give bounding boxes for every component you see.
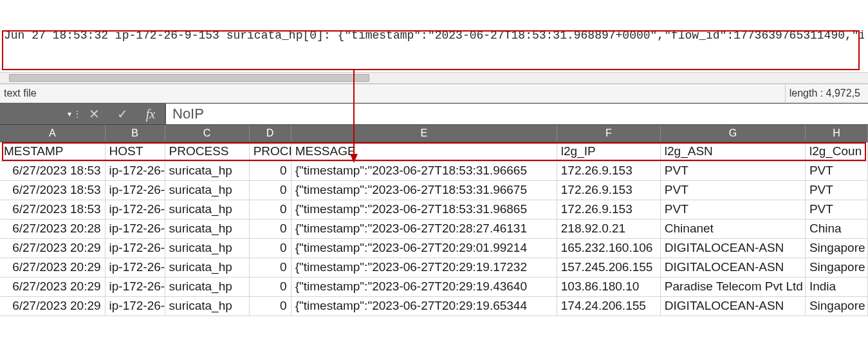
cell[interactable]: 172.26.9.153 — [557, 200, 660, 219]
table-row[interactable]: 6/27/2023 20:28 ip-172-26- suricata_hp 0… — [0, 219, 868, 238]
log-text-pane[interactable]: Jun 27 18:53:32 ip-172-26-9-153 suricata… — [0, 0, 868, 72]
cell[interactable]: suricata_hp — [165, 238, 249, 258]
col-header[interactable]: E — [291, 125, 557, 142]
col-header[interactable]: F — [557, 125, 660, 142]
cell[interactable]: 6/27/2023 20:29 — [0, 238, 105, 258]
cell[interactable]: Singapore — [805, 258, 867, 277]
cell[interactable]: ip-172-26- — [105, 200, 165, 219]
table-row[interactable]: 6/27/2023 20:29 ip-172-26- suricata_hp 0… — [0, 258, 868, 277]
cell[interactable]: 6/27/2023 20:29 — [0, 296, 105, 316]
cell[interactable]: PVT — [660, 161, 805, 180]
cell[interactable]: suricata_hp — [165, 161, 249, 180]
col-header[interactable]: H — [805, 125, 867, 142]
cell[interactable]: {"timestamp":"2023-06-27T18:53:31.96665 — [291, 161, 557, 180]
cell[interactable]: l2g_Coun — [805, 142, 867, 161]
cell[interactable]: 6/27/2023 20:29 — [0, 258, 105, 277]
table-row[interactable]: 6/27/2023 18:53 ip-172-26- suricata_hp 0… — [0, 161, 868, 180]
cell[interactable]: 174.24.206.155 — [557, 296, 660, 316]
cell[interactable]: MESTAMP — [0, 142, 105, 161]
cell[interactable]: l2g_ASN — [660, 142, 805, 161]
table-row[interactable]: 6/27/2023 20:29 ip-172-26- suricata_hp 0… — [0, 277, 868, 296]
formula-cancel-button[interactable]: ✕ — [80, 104, 108, 124]
cell[interactable]: India — [805, 277, 867, 296]
cell[interactable]: 6/27/2023 18:53 — [0, 161, 105, 180]
spreadsheet-grid[interactable]: A B C D E F G H MESTAMP HOST PROCESS PRO… — [0, 125, 868, 316]
col-header[interactable]: C — [165, 125, 249, 142]
cell[interactable]: China — [805, 219, 867, 238]
formula-input[interactable]: NoIP — [165, 104, 868, 124]
cell[interactable]: Paradise Telecom Pvt Ltd — [660, 277, 805, 296]
table-row[interactable]: 6/27/2023 20:29 ip-172-26- suricata_hp 0… — [0, 296, 868, 316]
cell[interactable]: suricata_hp — [165, 180, 249, 200]
cell[interactable]: PVT — [660, 180, 805, 200]
cell[interactable]: ip-172-26- — [105, 161, 165, 180]
cell[interactable]: suricata_hp — [165, 258, 249, 277]
cell[interactable]: DIGITALOCEAN-ASN — [660, 258, 805, 277]
cell[interactable]: 6/27/2023 20:28 — [0, 219, 105, 238]
cell[interactable]: 0 — [249, 258, 291, 277]
cell[interactable]: 103.86.180.10 — [557, 277, 660, 296]
cell[interactable]: PROCESS — [165, 142, 249, 161]
col-header[interactable]: G — [660, 125, 805, 142]
scrollbar-thumb[interactable] — [9, 74, 369, 82]
cell[interactable]: suricata_hp — [165, 200, 249, 219]
cell[interactable]: Chinanet — [660, 219, 805, 238]
cell[interactable]: 172.26.9.153 — [557, 161, 660, 180]
cell[interactable]: 0 — [249, 219, 291, 238]
cell[interactable]: 157.245.206.155 — [557, 258, 660, 277]
cell[interactable]: HOST — [105, 142, 165, 161]
table-row[interactable]: 6/27/2023 18:53 ip-172-26- suricata_hp 0… — [0, 200, 868, 219]
cell[interactable]: 6/27/2023 18:53 — [0, 180, 105, 200]
cell[interactable]: Singapore — [805, 238, 867, 258]
cell[interactable]: DIGITALOCEAN-ASN — [660, 238, 805, 258]
log-horizontal-scrollbar[interactable] — [0, 72, 868, 84]
cell[interactable]: {"timestamp":"2023-06-27T18:53:31.96675 — [291, 180, 557, 200]
cell[interactable]: {"timestamp":"2023-06-27T18:53:31.96865 — [291, 200, 557, 219]
cell[interactable]: ip-172-26- — [105, 258, 165, 277]
cell[interactable]: suricata_hp — [165, 277, 249, 296]
cell[interactable]: suricata_hp — [165, 296, 249, 316]
cell[interactable]: {"timestamp":"2023-06-27T20:29:01.99214 — [291, 238, 557, 258]
cell[interactable]: PVT — [805, 200, 867, 219]
table-row[interactable]: 6/27/2023 20:29 ip-172-26- suricata_hp 0… — [0, 238, 868, 258]
name-box[interactable] — [0, 104, 64, 124]
table-row[interactable]: 6/27/2023 18:53 ip-172-26- suricata_hp 0… — [0, 180, 868, 200]
cell[interactable]: {"timestamp":"2023-06-27T20:29:19.17232 — [291, 258, 557, 277]
cell[interactable]: 0 — [249, 200, 291, 219]
cell[interactable]: ip-172-26- — [105, 238, 165, 258]
col-header[interactable]: A — [0, 125, 105, 142]
sheet-header-row[interactable]: MESTAMP HOST PROCESS PROCID MESSAGE l2g_… — [0, 142, 868, 161]
cell[interactable]: PVT — [805, 180, 867, 200]
cell[interactable]: 0 — [249, 296, 291, 316]
cell[interactable]: ip-172-26- — [105, 296, 165, 316]
cell[interactable]: 218.92.0.21 — [557, 219, 660, 238]
cell[interactable]: 172.26.9.153 — [557, 180, 660, 200]
column-header-row[interactable]: A B C D E F G H — [0, 125, 868, 142]
cell[interactable]: PROCID — [249, 142, 291, 161]
cell[interactable]: PVT — [660, 200, 805, 219]
cell[interactable]: 0 — [249, 161, 291, 180]
cell[interactable]: suricata_hp — [165, 219, 249, 238]
cell[interactable]: {"timestamp":"2023-06-27T20:29:19.43640 — [291, 277, 557, 296]
cell[interactable]: PVT — [805, 161, 867, 180]
cell[interactable]: ip-172-26- — [105, 219, 165, 238]
insert-function-button[interactable]: fx — [136, 104, 165, 124]
cell[interactable]: {"timestamp":"2023-06-27T20:29:19.65344 — [291, 296, 557, 316]
cell[interactable]: 0 — [249, 277, 291, 296]
cell[interactable]: MESSAGE — [291, 142, 557, 161]
cell[interactable]: {"timestamp":"2023-06-27T20:28:27.46131 — [291, 219, 557, 238]
formula-enter-button[interactable]: ✓ — [108, 104, 136, 124]
cell[interactable]: 0 — [249, 238, 291, 258]
cell[interactable]: 165.232.160.106 — [557, 238, 660, 258]
cell[interactable]: 6/27/2023 18:53 — [0, 200, 105, 219]
log-line: Jun 27 18:53:32 ip-172-26-9-153 suricata… — [4, 28, 864, 42]
cell[interactable]: DIGITALOCEAN-ASN — [660, 296, 805, 316]
cell[interactable]: Singapore — [805, 296, 867, 316]
cell[interactable]: ip-172-26- — [105, 180, 165, 200]
cell[interactable]: 0 — [249, 180, 291, 200]
cell[interactable]: ip-172-26- — [105, 277, 165, 296]
col-header[interactable]: B — [105, 125, 165, 142]
cell[interactable]: l2g_IP — [557, 142, 660, 161]
col-header[interactable]: D — [249, 125, 291, 142]
cell[interactable]: 6/27/2023 20:29 — [0, 277, 105, 296]
